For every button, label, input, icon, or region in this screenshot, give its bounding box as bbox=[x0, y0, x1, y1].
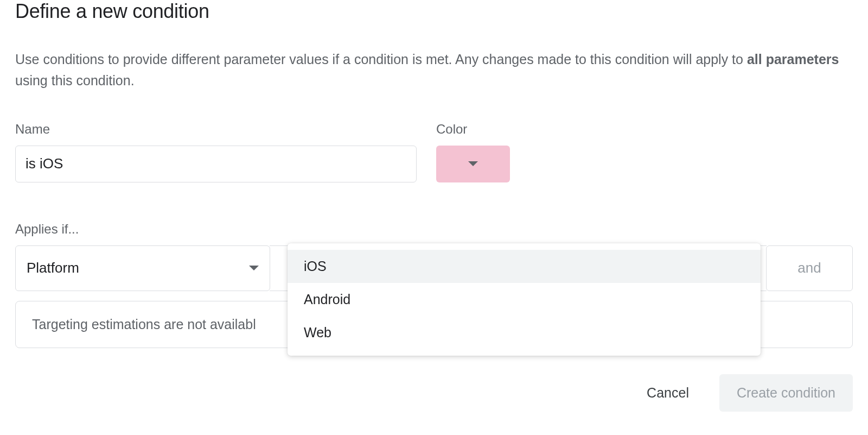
and-button[interactable]: and bbox=[766, 245, 853, 291]
dropdown-item-ios[interactable]: iOS bbox=[288, 250, 761, 283]
name-group: Name bbox=[15, 122, 417, 182]
color-label: Color bbox=[436, 122, 512, 137]
condition-row: Platform and iOS Android Web bbox=[15, 245, 853, 291]
description-text-before: Use conditions to provide different para… bbox=[15, 52, 747, 67]
color-picker-button[interactable] bbox=[436, 146, 510, 182]
dialog-actions: Cancel Create condition bbox=[15, 374, 853, 412]
description-bold: all parameters bbox=[747, 52, 839, 67]
chevron-down-icon bbox=[468, 161, 478, 166]
dialog-description: Use conditions to provide different para… bbox=[15, 49, 853, 91]
chevron-down-icon bbox=[249, 266, 259, 270]
name-color-row: Name Color bbox=[15, 122, 853, 182]
create-condition-button[interactable]: Create condition bbox=[719, 374, 853, 412]
applies-section: Applies if... Platform and iOS Android W… bbox=[15, 222, 853, 348]
platform-dropdown-menu: iOS Android Web bbox=[288, 243, 761, 356]
description-text-after: using this condition. bbox=[15, 73, 135, 88]
cancel-button[interactable]: Cancel bbox=[629, 374, 706, 412]
color-group: Color bbox=[436, 122, 512, 182]
dropdown-item-android[interactable]: Android bbox=[288, 283, 761, 316]
condition-type-select[interactable]: Platform bbox=[15, 245, 270, 291]
name-input[interactable] bbox=[15, 146, 417, 182]
dropdown-item-web[interactable]: Web bbox=[288, 316, 761, 349]
dialog-title: Define a new condition bbox=[15, 0, 853, 23]
name-label: Name bbox=[15, 122, 417, 137]
applies-label: Applies if... bbox=[15, 222, 853, 237]
condition-type-value: Platform bbox=[27, 260, 79, 276]
